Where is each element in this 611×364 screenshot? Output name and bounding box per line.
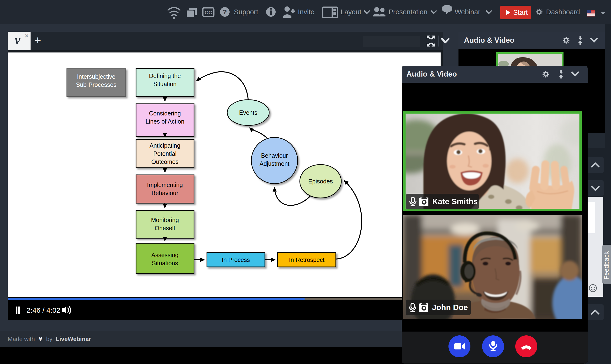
svg-text:Presentation: Presentation xyxy=(388,8,427,16)
svg-text:Support: Support xyxy=(234,8,258,16)
svg-text:Layout: Layout xyxy=(341,8,361,16)
svg-text:Monitoring: Monitoring xyxy=(151,217,179,223)
svg-text:Potential: Potential xyxy=(153,150,176,157)
svg-text:Situations: Situations xyxy=(152,260,178,266)
svg-text:Adjustment: Adjustment xyxy=(259,160,289,167)
svg-text:Implementing: Implementing xyxy=(147,182,183,188)
svg-text:Episodes: Episodes xyxy=(308,178,333,185)
svg-text:Lines of Action: Lines of Action xyxy=(146,118,185,125)
svg-text:Anticipating: Anticipating xyxy=(149,142,180,149)
svg-text:Invite: Invite xyxy=(298,8,314,16)
svg-text:Oneself: Oneself xyxy=(155,225,175,231)
svg-text:In Process: In Process xyxy=(222,256,250,263)
svg-text:Outcomes: Outcomes xyxy=(151,158,179,165)
svg-text:Sub-Processes: Sub-Processes xyxy=(76,81,117,88)
svg-text:Intersubjective: Intersubjective xyxy=(77,73,115,80)
svg-text:Defining the: Defining the xyxy=(149,73,181,79)
svg-text:Dashboard: Dashboard xyxy=(546,8,580,16)
svg-text:Webinar: Webinar xyxy=(455,8,480,16)
svg-text:Behaviour: Behaviour xyxy=(152,190,179,196)
svg-text:Behaviour: Behaviour xyxy=(261,152,288,159)
svg-text:Assessing: Assessing xyxy=(151,252,179,258)
svg-text:2:46 / 4:02: 2:46 / 4:02 xyxy=(27,306,60,314)
svg-text:Events: Events xyxy=(239,109,257,116)
svg-text:Considering: Considering xyxy=(149,110,181,117)
svg-text:Situation: Situation xyxy=(153,81,176,87)
svg-text:In Retrospect: In Retrospect xyxy=(289,256,325,263)
svg-text:?: ? xyxy=(223,8,227,16)
svg-text:CC: CC xyxy=(205,10,212,15)
svg-text:Start: Start xyxy=(513,9,528,16)
